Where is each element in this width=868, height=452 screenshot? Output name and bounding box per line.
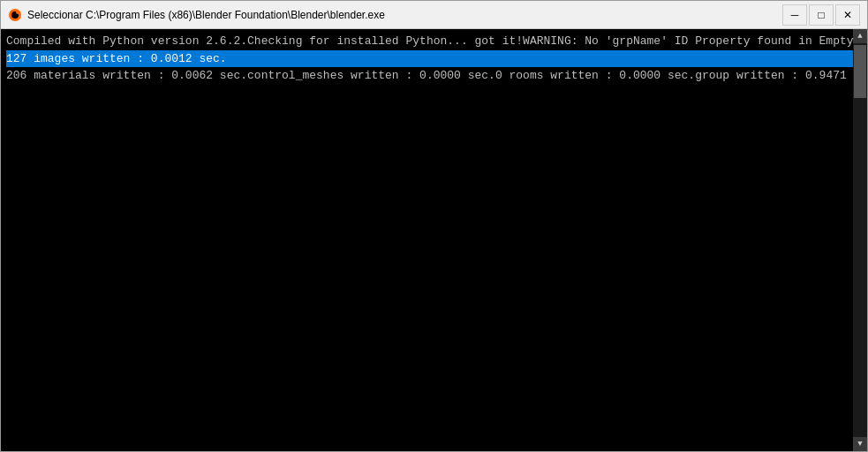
scroll-up-arrow[interactable]: ▲ <box>853 29 867 43</box>
console-line: 206 materials written : 0.0062 sec. <box>6 69 247 82</box>
main-window: Seleccionar C:\Program Files (x86)\Blend… <box>0 0 868 452</box>
scrollbar[interactable]: ▲ ▼ <box>853 29 867 451</box>
console-lines-container: Compiled with Python version 2.6.2.Check… <box>6 33 862 85</box>
console-line: control_meshes written : 0.0000 sec. <box>247 69 495 82</box>
console-line: Compiled with Python version 2.6.2. <box>6 34 247 48</box>
maximize-button[interactable]: □ <box>809 4 834 26</box>
svg-point-2 <box>16 11 19 14</box>
console-line: group written : 0.9471 sec. <box>695 69 867 82</box>
scrollbar-track[interactable] <box>853 43 867 437</box>
console-line: WARNING: No 'grpName' ID Property found … <box>523 34 867 48</box>
scrollbar-thumb[interactable] <box>854 45 866 98</box>
close-button[interactable]: ✕ <box>835 4 860 26</box>
window-title: Seleccionar C:\Program Files (x86)\Blend… <box>27 9 782 21</box>
scroll-down-arrow[interactable]: ▼ <box>853 437 867 451</box>
app-icon <box>8 8 22 22</box>
console-line: 127 images written : 0.0012 sec. <box>6 50 862 68</box>
console-line: Checking for installed Python... got it! <box>247 34 523 48</box>
window-controls: ─ □ ✕ <box>782 4 860 26</box>
title-bar: Seleccionar C:\Program Files (x86)\Blend… <box>1 1 867 29</box>
console-line: 0 rooms written : 0.0000 sec. <box>495 69 695 82</box>
minimize-button[interactable]: ─ <box>782 4 807 26</box>
console-output: Compiled with Python version 2.6.2.Check… <box>1 29 867 451</box>
